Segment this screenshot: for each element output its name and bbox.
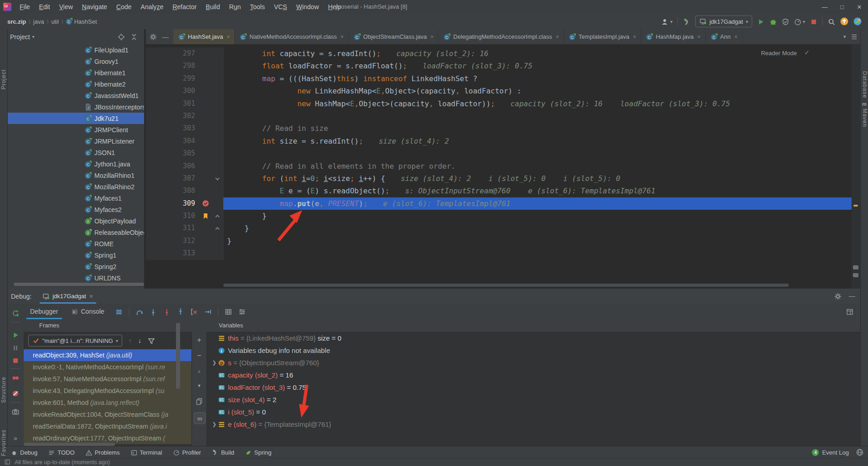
breadcrumb-item[interactable]: HashSet (73, 18, 98, 25)
frame-down-icon[interactable]: ↓ (138, 337, 141, 344)
editor-tab-objectstreamclass-java[interactable]: CObjectStreamClass.java× (349, 29, 439, 44)
code-editor[interactable]: 297 int capacity = s.readInt();capacity … (146, 44, 852, 289)
thread-dump-icon[interactable] (7, 407, 24, 417)
settings-sliders-icon[interactable] (238, 307, 246, 315)
menu-item-navigate[interactable]: Navigate (78, 3, 112, 10)
fold-down-icon[interactable] (212, 172, 223, 185)
code-line-309[interactable]: 309 map.put(e, PRESENT);e (slot_6): Temp… (146, 197, 852, 210)
debug-session-tab[interactable]: jdk17Gadgat ✕ (40, 289, 96, 304)
filter-icon[interactable] (148, 337, 155, 344)
line-number[interactable]: 305 (146, 147, 200, 160)
code-line-313[interactable]: 313 (146, 247, 852, 259)
force-step-into-icon[interactable] (163, 307, 170, 315)
code-line-305[interactable]: 305 (146, 147, 852, 160)
variable-row[interactable]: this = {LinkedHashSet@759} size = 0 (206, 332, 861, 344)
tab-list-icon[interactable]: ☰ (851, 33, 857, 41)
code-line-307[interactable]: 307 for (int i=0; i<size; i++) {size (sl… (146, 172, 852, 185)
statusbar-item-todo[interactable]: TODO (48, 449, 74, 456)
code-text[interactable] (223, 147, 852, 160)
search-icon[interactable] (828, 17, 835, 25)
stack-frame[interactable]: invoke:57, NativeMethodAccessorImpl (sun… (24, 373, 191, 385)
project-hscrollbar[interactable] (14, 283, 144, 286)
event-log-button[interactable]: 4 Event Log (812, 449, 849, 456)
code-text[interactable]: new LinkedHashMap<E,Object>(capacity, lo… (223, 85, 852, 97)
add-watch-icon[interactable]: + (192, 335, 207, 346)
pause-icon[interactable] (7, 343, 24, 353)
tree-item-objectpayload[interactable]: IObjectPayload (7, 215, 144, 227)
run-button-icon[interactable] (757, 17, 765, 25)
editor-hscrollbar[interactable] (223, 284, 789, 287)
variable-row[interactable]: 01capacity (slot_2) = 16 (206, 369, 861, 381)
tree-item-jython1-java[interactable]: CJython1.java (7, 158, 144, 170)
code-line-308[interactable]: 308 E e = (E) s.readObject();s: ObjectIn… (146, 185, 852, 197)
tree-item-rome[interactable]: CROME (7, 238, 144, 249)
statusbar-item-terminal[interactable]: Terminal (131, 449, 162, 456)
thread-selector[interactable]: "main"@1 i...n": RUNNING ▾ (28, 335, 122, 347)
close-icon[interactable]: × (734, 34, 738, 40)
tool-button-favorites[interactable]: Favorites (0, 430, 7, 456)
tree-item-jrmpclient[interactable]: CJRMPClient (7, 124, 144, 135)
close-icon[interactable]: × (556, 34, 559, 40)
stack-frame[interactable]: readObject:309, HashSet (java.util) (24, 349, 191, 361)
tree-item-json1[interactable]: CJSON1 (7, 147, 144, 158)
tree-item-myfaces2[interactable]: CMyfaces2 (7, 204, 144, 215)
inspections-ok-icon[interactable]: ✓ (804, 49, 810, 56)
line-number[interactable]: 310 (146, 210, 200, 222)
chevron-down-icon[interactable]: ▾ (670, 19, 672, 24)
line-number[interactable]: 313 (146, 247, 200, 259)
line-number[interactable]: 307 (146, 172, 200, 185)
code-text[interactable] (223, 110, 852, 122)
view-breakpoints-icon[interactable] (7, 373, 24, 383)
tree-item-urldns[interactable]: CURLDNS (7, 272, 144, 284)
code-line-310[interactable]: 310 } (146, 210, 852, 222)
stack-frame[interactable]: invoke:601, Method (java.lang.reflect) (24, 397, 191, 409)
code-line-306[interactable]: 306 // Read in all elements in the prope… (146, 160, 852, 172)
breadcrumb-item[interactable]: java (32, 18, 45, 25)
variable-row[interactable]: ❯ps = {ObjectInputStream@760} (206, 357, 861, 369)
profiler-icon[interactable] (794, 17, 801, 25)
editor-tab-ann[interactable]: CAnn× (706, 29, 743, 44)
variable-row[interactable]: ❯e (slot_6) = {TemplatesImpl@761} (206, 418, 861, 430)
user-icon[interactable] (661, 17, 668, 25)
code-text[interactable]: map.put(e, PRESENT);e (slot_6): Template… (223, 197, 852, 210)
code-text[interactable] (223, 247, 852, 259)
code-text[interactable]: E e = (E) s.readObject();s: ObjectInputS… (223, 185, 852, 197)
code-text[interactable]: } (223, 210, 852, 222)
close-icon[interactable]: ✕ (851, 4, 868, 10)
line-number[interactable]: 302 (146, 110, 200, 122)
close-icon[interactable]: ✕ (89, 293, 93, 300)
view-table-icon[interactable] (225, 307, 232, 315)
editor-tab-hashset-java[interactable]: CHashSet.java× (173, 29, 235, 44)
statusbar-item-problems[interactable]: Problems (86, 449, 120, 456)
statusbar-item-profiler[interactable]: Profiler (173, 449, 201, 456)
tree-item-spring2[interactable]: CSpring2 (7, 261, 144, 272)
breadcrumb-item[interactable]: util (50, 18, 60, 25)
variable-row[interactable]: iVariables debug info not available (206, 344, 861, 357)
step-into-icon[interactable] (150, 307, 157, 315)
project-panel-title[interactable]: Project (10, 33, 30, 41)
menu-item-refactor[interactable]: Refactor (168, 3, 201, 10)
code-line-312[interactable]: 312} (146, 235, 852, 247)
menu-item-code[interactable]: Code (112, 3, 136, 10)
reader-mode-label[interactable]: Reader Mode (761, 50, 797, 57)
line-number[interactable]: 297 (146, 47, 200, 60)
code-text[interactable]: float loadFactor = s.readFloat();loadFac… (223, 60, 852, 72)
editor-tab-delegatingmethodaccessorimpl-class[interactable]: CDelegatingMethodAccessorImpl.class× (439, 29, 564, 44)
up-icon[interactable]: ▲ (192, 366, 207, 377)
code-line-302[interactable]: 302 (146, 110, 852, 122)
line-number[interactable]: 312 (146, 235, 200, 247)
frames-vscrollbar[interactable] (176, 323, 180, 389)
menu-icon[interactable] (115, 307, 123, 315)
close-icon[interactable]: × (698, 34, 701, 40)
frame-up-icon[interactable]: ↑ (129, 337, 132, 344)
breadcrumb-item[interactable]: src.zip (6, 18, 27, 25)
variable-row[interactable]: 01loadFactor (slot_3) = 0.75 (206, 381, 861, 394)
chevron-down-icon[interactable]: ▾ (843, 34, 846, 40)
tab-debugger[interactable]: Debugger (24, 304, 65, 319)
tool-button-maven[interactable]: Maven (862, 109, 868, 127)
line-number[interactable]: 306 (146, 160, 200, 172)
statusbar-item-spring[interactable]: Spring (245, 449, 272, 456)
line-number[interactable]: 309 (146, 197, 200, 210)
code-line-304[interactable]: 304 int size = s.readInt();size (slot_4)… (146, 135, 852, 147)
stack-frame[interactable]: readSerialData:1872, ObjectInputStream (… (24, 420, 191, 432)
